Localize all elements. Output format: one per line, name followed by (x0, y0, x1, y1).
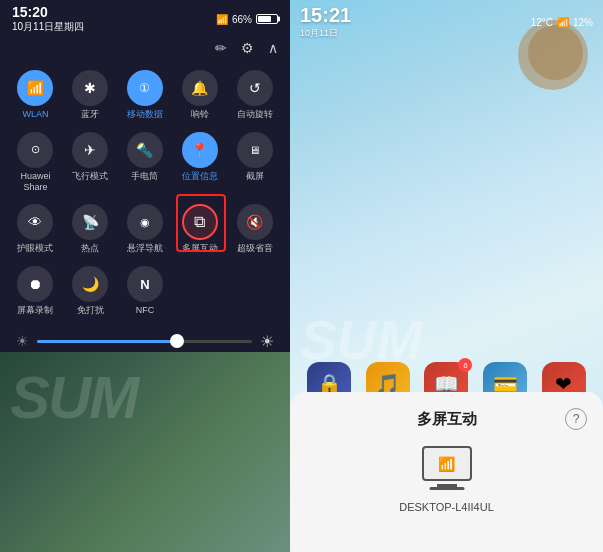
wlan-icon: 📶 (17, 70, 53, 106)
wlan-label: WLAN (22, 109, 48, 120)
dialog-help-button[interactable]: ? (565, 408, 587, 430)
time-left: 15:20 (12, 4, 84, 20)
battery-fill (258, 16, 271, 22)
ctrl-record[interactable]: ⏺ 屏幕录制 (8, 260, 63, 322)
data-icon: ① (127, 70, 163, 106)
device-name: DESKTOP-L4II4UL (399, 501, 494, 513)
volume2-label: 超级省音 (237, 243, 273, 254)
edit-icon[interactable]: ✏ (215, 40, 227, 56)
screen-icon: 🖥 (237, 132, 273, 168)
nav-label: 悬浮导航 (127, 243, 163, 254)
nfc-icon: N (127, 266, 163, 302)
battery-percent: 66% (232, 14, 252, 25)
rotate-label: 自动旋转 (237, 109, 273, 120)
ctrl-eye[interactable]: 👁 护眼模式 (8, 198, 63, 260)
date-right: 10月11日 (300, 27, 351, 40)
signal-icon: 📶 (216, 14, 228, 25)
help-icon: ? (573, 412, 580, 426)
reader-badge: 6 (458, 358, 472, 372)
airplane-label: 飞行模式 (72, 171, 108, 182)
dialog-title: 多屏互动 (328, 410, 565, 429)
right-panel: SUM 15:21 10月11日 12°C 📶 12% 🔒 一键锁屏 🎵 音乐 (290, 0, 603, 552)
ctrl-volume2[interactable]: 🔇 超级省音 (227, 198, 282, 260)
control-header: ✏ ⚙ ∧ (0, 38, 290, 60)
right-status-icons: 12°C 📶 12% (531, 4, 593, 40)
screen-label: 截屏 (246, 171, 264, 182)
hotspot-label: 热点 (81, 243, 99, 254)
brightness-slider[interactable] (37, 340, 252, 343)
left-bg-decoration: SUM (10, 363, 137, 432)
time-right: 15:21 (300, 4, 351, 27)
left-panel: SUM 15:20 10月11日星期四 📶 66% ✏ ⚙ ∧ 📶 WLAN ✱… (0, 0, 290, 552)
status-bar-left: 15:20 10月11日星期四 📶 66% (0, 0, 290, 38)
nfc-label: NFC (136, 305, 155, 316)
eye-label: 护眼模式 (17, 243, 53, 254)
ctrl-nfc[interactable]: N NFC (118, 260, 173, 322)
eye-icon: 👁 (17, 204, 53, 240)
settings-icon[interactable]: ⚙ (241, 40, 254, 56)
noquit-label: 免打扰 (77, 305, 104, 316)
ctrl-nav[interactable]: ◉ 悬浮导航 (118, 198, 173, 260)
volume2-icon: 🔇 (237, 204, 273, 240)
status-icons-left: 📶 66% (216, 14, 278, 25)
dialog-device[interactable]: 📶 DESKTOP-L4II4UL (306, 446, 587, 513)
huawei-share-icon: ⊙ (17, 132, 53, 168)
brightness-thumb[interactable] (170, 334, 184, 348)
flashlight-label: 手电筒 (131, 171, 158, 182)
battery-bar (256, 14, 278, 24)
right-signal-icon: 📶 (557, 17, 569, 28)
noquit-icon: 🌙 (72, 266, 108, 302)
ctrl-volume[interactable]: 🔔 响铃 (172, 64, 227, 126)
ctrl-flashlight[interactable]: 🔦 手电筒 (118, 126, 173, 199)
multiscreen-icon: ⧉ (182, 204, 218, 240)
collapse-icon[interactable]: ∧ (268, 40, 278, 56)
ctrl-bluetooth[interactable]: ✱ 蓝牙 (63, 64, 118, 126)
volume-icon: 🔔 (182, 70, 218, 106)
location-icon: 📍 (182, 132, 218, 168)
brightness-low-icon: ☀ (16, 333, 29, 349)
ctrl-airplane[interactable]: ✈ 飞行模式 (63, 126, 118, 199)
multiscreen-label: 多屏互动 (182, 243, 218, 254)
ctrl-data[interactable]: ① 移动数据 (118, 64, 173, 126)
brightness-fill (37, 340, 177, 343)
huawei-share-label: Huawei Share (10, 171, 61, 193)
brightness-high-icon: ☀ (260, 332, 274, 351)
status-bar-right: 15:21 10月11日 12°C 📶 12% (290, 0, 603, 44)
multiscreen-dialog: 多屏互动 ? 📶 DESKTOP-L4II4UL (290, 392, 603, 552)
rotate-icon: ↺ (237, 70, 273, 106)
record-icon: ⏺ (17, 266, 53, 302)
flashlight-icon: 🔦 (127, 132, 163, 168)
bluetooth-label: 蓝牙 (81, 109, 99, 120)
control-grid: 📶 WLAN ✱ 蓝牙 ① 移动数据 🔔 响铃 ↺ 自动旋转 ⊙ Huawei … (0, 60, 290, 326)
location-label: 位置信息 (182, 171, 218, 182)
record-label: 屏幕录制 (17, 305, 53, 316)
ctrl-rotate[interactable]: ↺ 自动旋转 (227, 64, 282, 126)
ctrl-wlan[interactable]: 📶 WLAN (8, 64, 63, 126)
data-label: 移动数据 (127, 109, 163, 120)
nav-icon: ◉ (127, 204, 163, 240)
wifi-signal-icon: 📶 (438, 456, 455, 472)
bluetooth-icon: ✱ (72, 70, 108, 106)
airplane-icon: ✈ (72, 132, 108, 168)
right-battery: 12% (573, 17, 593, 28)
ctrl-noquit[interactable]: 🌙 免打扰 (63, 260, 118, 322)
device-icon: 📶 (422, 446, 472, 481)
volume-label: 响铃 (191, 109, 209, 120)
hotspot-icon: 📡 (72, 204, 108, 240)
ctrl-location[interactable]: 📍 位置信息 (172, 126, 227, 199)
ctrl-hotspot[interactable]: 📡 热点 (63, 198, 118, 260)
ctrl-huawei-share[interactable]: ⊙ Huawei Share (8, 126, 63, 199)
dialog-header: 多屏互动 ? (306, 408, 587, 430)
ctrl-multiscreen[interactable]: ⧉ 多屏互动 (172, 198, 227, 260)
ctrl-screen[interactable]: 🖥 截屏 (227, 126, 282, 199)
temp-right: 12°C (531, 17, 553, 28)
date-left: 10月11日星期四 (12, 20, 84, 34)
